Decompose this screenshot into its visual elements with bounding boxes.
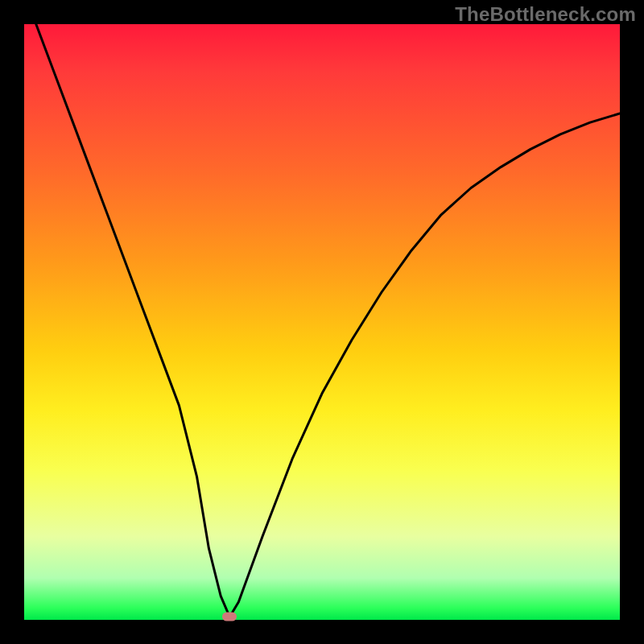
watermark-text: TheBottleneck.com: [455, 3, 636, 26]
minimum-marker: [222, 613, 237, 621]
chart-frame: TheBottleneck.com: [0, 0, 644, 644]
bottleneck-curve: [36, 24, 620, 617]
curve-layer: [24, 24, 620, 620]
plot-area: [24, 24, 620, 620]
